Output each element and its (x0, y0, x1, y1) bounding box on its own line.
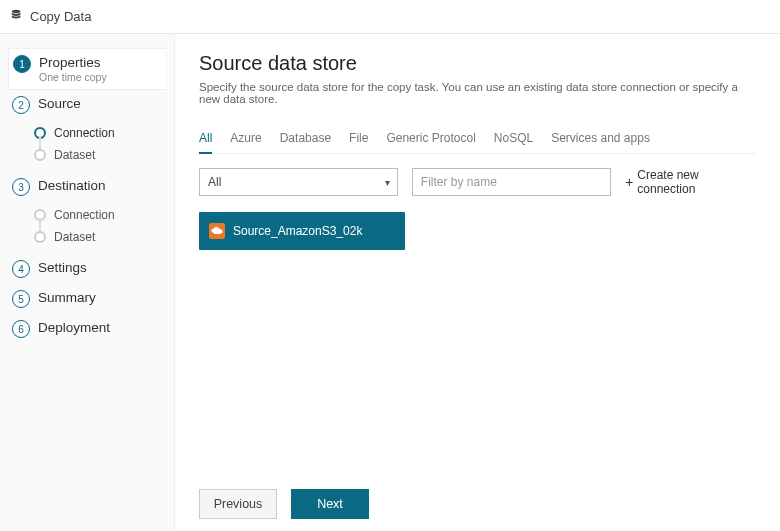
wizard-footer: Previous Next (199, 477, 756, 519)
substep-dataset[interactable]: Dataset (30, 144, 166, 166)
step-number: 6 (12, 320, 30, 338)
type-filter-select-input[interactable]: All (199, 168, 398, 196)
step-destination[interactable]: 3 Destination (8, 172, 166, 202)
type-filter-select[interactable]: All ▾ (199, 168, 398, 196)
create-connection-label: Create new connection (637, 168, 756, 196)
substep-dot-icon (34, 149, 46, 161)
step-source[interactable]: 2 Source (8, 90, 166, 120)
connection-card[interactable]: Source_AmazonS3_02k (199, 212, 405, 250)
tab-database[interactable]: Database (280, 127, 331, 153)
substep-label: Connection (54, 126, 115, 140)
main-panel: Source data store Specify the source dat… (175, 34, 780, 531)
page-description: Specify the source data store for the co… (199, 81, 756, 105)
substep-connection[interactable]: Connection (30, 204, 166, 226)
step-label: Settings (38, 260, 87, 275)
substep-label: Dataset (54, 230, 95, 244)
source-substeps: Connection Dataset (8, 122, 166, 166)
filter-row: All ▾ + Create new connection (199, 168, 756, 196)
create-connection-link[interactable]: + Create new connection (625, 168, 756, 196)
previous-button[interactable]: Previous (199, 489, 277, 519)
step-label: Properties (39, 55, 107, 70)
step-sublabel: One time copy (39, 71, 107, 83)
tab-file[interactable]: File (349, 127, 368, 153)
name-filter-input[interactable] (412, 168, 611, 196)
tab-azure[interactable]: Azure (230, 127, 261, 153)
tab-services-apps[interactable]: Services and apps (551, 127, 650, 153)
step-settings[interactable]: 4 Settings (8, 254, 166, 284)
step-deployment[interactable]: 6 Deployment (8, 314, 166, 344)
step-properties[interactable]: 1 Properties One time copy (8, 48, 166, 90)
topbar: Copy Data (0, 0, 780, 34)
copy-data-icon (10, 8, 24, 25)
step-number: 3 (12, 178, 30, 196)
step-summary[interactable]: 5 Summary (8, 284, 166, 314)
step-label: Summary (38, 290, 96, 305)
wizard-sidebar: 1 Properties One time copy 2 Source Conn… (0, 34, 175, 531)
step-label: Deployment (38, 320, 110, 335)
step-number: 4 (12, 260, 30, 278)
tab-all[interactable]: All (199, 127, 212, 153)
substep-label: Connection (54, 208, 115, 222)
substep-dot-icon (34, 231, 46, 243)
substep-label: Dataset (54, 148, 95, 162)
step-number: 5 (12, 290, 30, 308)
step-number: 1 (13, 55, 31, 73)
category-tabs: All Azure Database File Generic Protocol… (199, 127, 756, 154)
step-number: 2 (12, 96, 30, 114)
destination-substeps: Connection Dataset (8, 204, 166, 248)
step-label: Destination (38, 178, 106, 193)
substep-dataset[interactable]: Dataset (30, 226, 166, 248)
connection-name: Source_AmazonS3_02k (233, 224, 362, 238)
substep-connection[interactable]: Connection (30, 122, 166, 144)
step-label: Source (38, 96, 81, 111)
plus-icon: + (625, 175, 633, 189)
amazon-s3-icon (209, 223, 225, 239)
tab-nosql[interactable]: NoSQL (494, 127, 533, 153)
next-button[interactable]: Next (291, 489, 369, 519)
page-title: Source data store (199, 52, 756, 75)
tab-generic-protocol[interactable]: Generic Protocol (386, 127, 475, 153)
topbar-title: Copy Data (30, 9, 91, 24)
